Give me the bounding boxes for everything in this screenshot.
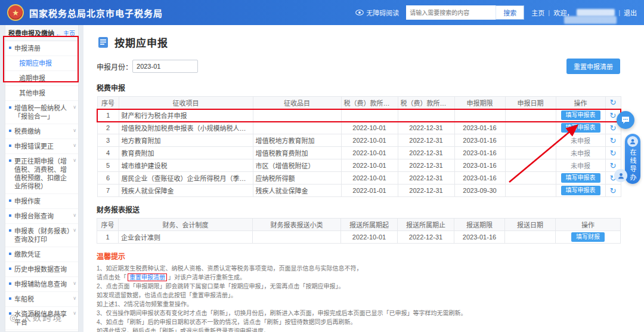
fill-declaration-button[interactable]: 填写申报表 (561, 123, 600, 133)
table-cell (253, 231, 341, 244)
table-cell: 2022-12-31 (398, 231, 454, 244)
fill-finance-report-button[interactable]: 填写财报 (571, 232, 605, 242)
declaration-month-input[interactable] (132, 60, 198, 73)
sidebar-item[interactable]: 申报错误更正 ∨ (5, 139, 78, 154)
sidebar-item[interactable]: 历史申报数据查询 ∨ (5, 262, 78, 277)
table-cell: 2023-01-16 (454, 134, 505, 147)
sidebar-item-label: 缴款凭证 (14, 251, 41, 258)
search-button[interactable]: 搜索 (496, 5, 524, 20)
column-header: 序号 (97, 97, 119, 109)
table-row: 7残疾人就业保障金残疾人就业保障金2022-01-012022-12-31202… (97, 185, 621, 197)
username-blurred (577, 9, 615, 16)
column-header: 操作 (556, 219, 621, 231)
sidebar-home-link[interactable]: ← 主页 (55, 29, 75, 38)
column-header: 序号 (97, 219, 119, 231)
refresh-icon[interactable]: ↻ (610, 149, 617, 158)
tip-line: 4、如点击「刷新」后的申报日期和状态不一致的情况，请点击「刷新」按钮待数据同步后… (97, 318, 620, 327)
bullet-icon (9, 145, 11, 147)
sidebar-item[interactable]: 申报作废 ∨ (5, 194, 78, 209)
table-cell: 应纳税所得额 (253, 172, 341, 185)
logout-link[interactable]: 退出 (624, 8, 637, 17)
sidebar-item[interactable]: 更正往期申报（增值税、消费税、增值税预缴、扣缴企业所得税） ∨ (5, 154, 78, 194)
sidebar-item[interactable]: 逾期申报 ∨ (5, 71, 78, 86)
tip-text: 4、如点击「刷新」后的申报日期和状态不一致的情况，请点击「刷新」按钮待数据同步后… (97, 319, 357, 325)
reset-declaration-list-button[interactable]: 重置申报清册 (566, 59, 620, 74)
sidebar-item-label: 按期应申报 (19, 60, 52, 67)
sidebar-item[interactable]: 税费缴纳 ∨ (5, 124, 78, 139)
refresh-column-header: ↻ (605, 97, 621, 109)
person-icon (617, 172, 625, 180)
sidebar-item[interactable]: 增值税一般纳税人「报验合一」 ∨ (5, 101, 78, 124)
fill-declaration-button[interactable]: 填写申报表 (561, 110, 600, 120)
month-filter-label: 申报月份： (97, 62, 132, 72)
refresh-icon[interactable]: ↻ (610, 136, 617, 145)
column-header: 报送期限 (454, 219, 505, 231)
table-cell: 企业会计准则 (119, 231, 253, 244)
bullet-icon (9, 159, 11, 162)
tip-text: 」对该户清单进行重新生成。 (168, 274, 246, 281)
table-row: 3地方教育附加增值税地方教育附加2022-10-012022-12-312023… (97, 134, 621, 147)
sidebar-item[interactable]: 申报表（财务报表）查询及打印 ∨ (5, 224, 78, 247)
action-cell: 填写申报表 (556, 172, 605, 185)
sidebar-item[interactable]: 车船税 ∨ (5, 292, 78, 307)
online-guide-label: 在线导办 (628, 149, 637, 182)
tip-text: 如上述1、2情况请勿频繁重复操作。 (97, 301, 193, 308)
table-cell (505, 122, 556, 134)
sidebar-item[interactable]: 水资源税信息共享平台 ∨ (5, 307, 78, 330)
refresh-icon[interactable]: ↻ (610, 161, 617, 170)
profile-button[interactable] (614, 169, 627, 182)
refresh-icon[interactable]: ↻ (610, 98, 617, 107)
sidebar-item[interactable]: 其他申报 ∨ (5, 86, 78, 101)
sidebar-item-label: 申报错误更正 (14, 143, 54, 150)
search-input[interactable] (406, 5, 496, 20)
fill-declaration-button[interactable]: 填写申报表 (561, 186, 600, 195)
table-row: 1企业会计准则2022-10-012022-12-312023-01-16填写财… (97, 231, 621, 244)
column-header: 操作 (556, 97, 605, 109)
bullet-icon (9, 312, 11, 315)
table-cell: 残疾人就业保障金 (253, 185, 341, 197)
sidebar-item[interactable]: 按期应申报 ∨ (5, 56, 78, 71)
table-cell: 2022-01-01 (341, 185, 398, 197)
sidebar-menu: 申报清册 ∨ 按期应申报 ∨ 逾期申报 ∨ 其他申报 ∨ 增值税一般纳税人「报验… (5, 41, 78, 332)
refresh-icon[interactable]: ↻ (610, 186, 617, 195)
refresh-cell: ↻ (605, 185, 621, 197)
table-cell: 2023-01-16 (454, 231, 505, 244)
refresh-cell: ↻ (605, 147, 621, 159)
accessibility-toggle[interactable]: 无障碍阅读 (355, 8, 399, 17)
home-link[interactable]: 主页 (531, 8, 544, 17)
column-header: 财务报表报送小类 (253, 219, 341, 231)
sidebar-item[interactable]: 申报台账查询 ∨ (5, 209, 78, 224)
chevron-down-icon: ∨ (73, 142, 76, 150)
table-cell (505, 231, 556, 244)
sidebar-item[interactable]: 申报辅助信息查询 ∨ (5, 277, 78, 292)
sidebar-item-label: 申报台账查询 (14, 213, 54, 220)
table-cell: 2023-01-16 (454, 159, 505, 172)
sidebar-item[interactable]: 申报清册 ∨ (5, 41, 78, 56)
table-cell: 2022-12-31 (398, 172, 454, 185)
chat-button[interactable] (617, 111, 634, 129)
tip-line: 如发现遗留数据，也请点击此按钮「重置申报清册」。 (97, 291, 620, 300)
refresh-cell: ↻ (605, 134, 621, 147)
action-cell: 未申报 (556, 159, 605, 172)
top-header: ★ 国家税务总局北京市电子税务局 无障碍阅读 搜索 主页 | 欢迎， | 退出 (0, 0, 644, 25)
refresh-icon[interactable]: ↻ (610, 124, 617, 133)
action-cell: 填写申报表 (556, 185, 605, 197)
finance-table-body: 1企业会计准则2022-10-012022-12-312023-01-16填写财… (97, 231, 621, 244)
table-cell: 城市维护建设税 (119, 159, 253, 172)
refresh-icon[interactable]: ↻ (609, 111, 616, 120)
tip-line: 2、点击页面「申报期限」即会跳转下属窗口菜单「按期应申报」，无需再点击「按期应申… (97, 282, 620, 291)
table-cell: 5 (97, 159, 119, 172)
fill-declaration-button[interactable]: 填写申报表 (561, 173, 600, 183)
column-header: 报送所属期起 (341, 219, 398, 231)
sidebar-item[interactable]: 缴款凭证 ∨ (5, 247, 78, 262)
tip-text: 如发现遗留数据，也请点击此按钮「重置申报清册」。 (97, 292, 237, 299)
sidebar-item-label: 增值税一般纳税人「报验合一」 (14, 104, 67, 120)
reset-list-inline-ref: 重置申报清册 (128, 273, 167, 281)
bullet-icon (9, 229, 11, 232)
tip-text: 请点击处「 (97, 274, 126, 281)
search-box: 搜索 (406, 5, 524, 20)
column-header: 税（费）款所属期起 (341, 97, 398, 109)
action-cell: 填写申报表 (556, 122, 605, 134)
table-cell: 3 (97, 134, 119, 147)
table-cell (454, 109, 505, 122)
